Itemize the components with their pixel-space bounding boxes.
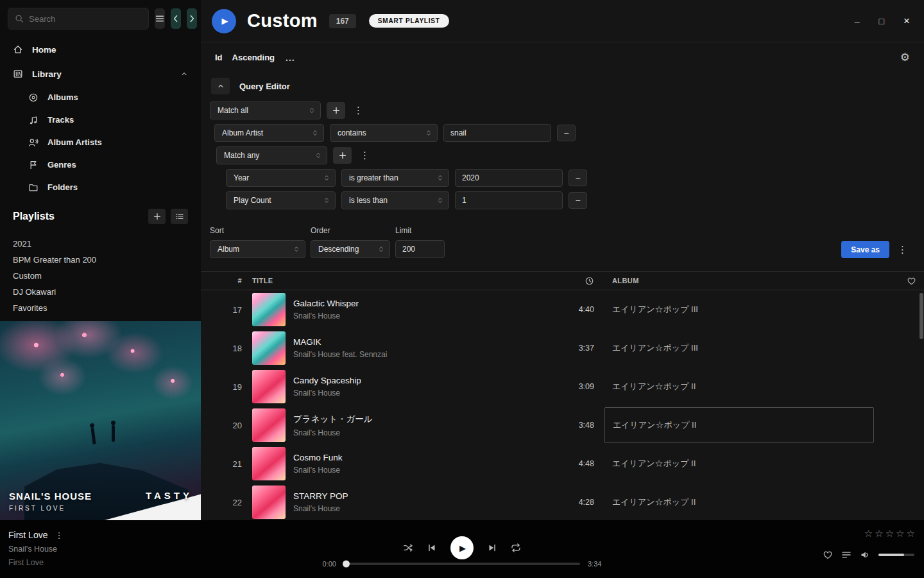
seek-handle[interactable]: [343, 561, 350, 568]
star-icon[interactable]: ☆: [875, 529, 883, 538]
playlist-item[interactable]: DJ Okawari: [0, 284, 201, 300]
previous-track-button[interactable]: [427, 543, 437, 553]
rule-operator-select[interactable]: contains: [330, 124, 438, 142]
rule-group-menu-button[interactable]: ⋮: [351, 105, 366, 116]
sidebar-nav: Home Library Albums Tracks: [0, 37, 201, 198]
back-button[interactable]: [171, 8, 181, 29]
track-album-focused-cell[interactable]: エイリアン☆ポップ II: [604, 407, 874, 443]
sidebar-item-albums[interactable]: Albums: [0, 86, 201, 109]
group-menu-button[interactable]: ⋮: [357, 150, 372, 161]
rule-value-input[interactable]: [455, 191, 563, 209]
rule-operator-select[interactable]: is less than: [341, 191, 449, 209]
track-album: エイリアン☆ポップ III: [604, 290, 874, 329]
library-icon: [13, 69, 23, 79]
table-row[interactable]: 19 Candy Spaceship Snail's House 3:09 エイ…: [201, 367, 924, 406]
next-track-button[interactable]: [487, 543, 497, 553]
now-playing-artist[interactable]: Snail's House: [8, 545, 63, 554]
star-icon[interactable]: ☆: [896, 529, 904, 538]
heart-icon: [907, 276, 916, 286]
sort-by-select[interactable]: Album: [210, 240, 305, 258]
shuffle-button[interactable]: [403, 543, 413, 553]
table-row[interactable]: 17 Galactic Whisper Snail's House 4:40 エ…: [201, 290, 924, 329]
sidebar-item-album-artists[interactable]: Album Artists: [0, 131, 201, 153]
rule-operator-select[interactable]: is greater than: [341, 169, 449, 187]
track-album: エイリアン☆ポップ II: [604, 367, 874, 406]
scrollbar-thumb[interactable]: [920, 293, 923, 339]
order-select[interactable]: Descending: [311, 240, 390, 258]
sidebar-item-folders[interactable]: Folders: [0, 176, 201, 198]
query-menu-button[interactable]: ⋮: [895, 244, 910, 256]
sidebar-item-library[interactable]: Library: [0, 62, 201, 86]
sidebar-item-home[interactable]: Home: [0, 37, 201, 62]
sidebar-item-genres[interactable]: Genres: [0, 153, 201, 176]
search-input[interactable]: [29, 14, 142, 24]
sidebar-item-label: Album Artists: [47, 137, 102, 147]
track-title: Candy Spaceship: [293, 376, 361, 385]
remove-rule-button[interactable]: −: [557, 125, 576, 141]
repeat-button[interactable]: [511, 543, 521, 553]
remove-rule-button[interactable]: −: [569, 192, 587, 209]
window-close-button[interactable]: ×: [903, 15, 910, 26]
column-header-duration[interactable]: [517, 276, 594, 286]
queue-button[interactable]: [841, 550, 851, 560]
sort-label: Sort: [210, 226, 305, 235]
column-header-album[interactable]: ALBUM: [604, 277, 874, 285]
table-row[interactable]: 21 Cosmo Funk Snail's House 4:48 エイリアン☆ポ…: [201, 444, 924, 483]
rule-value-input[interactable]: [443, 124, 551, 142]
window-minimize-button[interactable]: –: [855, 17, 860, 26]
rule-field-select[interactable]: Album Artist: [214, 124, 324, 142]
now-playing-title[interactable]: First Love: [8, 530, 47, 540]
add-group-rule-button[interactable]: [333, 147, 352, 164]
main-panel: ▶ Custom 167 SMART PLAYLIST – □ × Id Asc…: [201, 0, 924, 520]
sort-direction-button[interactable]: Ascending: [232, 53, 275, 62]
sidebar-item-tracks[interactable]: Tracks: [0, 109, 201, 131]
add-playlist-button[interactable]: [148, 209, 166, 224]
table-row[interactable]: 18 MAGIK Snail's House feat. Sennzai 3:3…: [201, 329, 924, 367]
window-maximize-button[interactable]: □: [879, 17, 884, 26]
star-icon[interactable]: ☆: [907, 529, 915, 538]
match-type-select[interactable]: Match all: [210, 101, 321, 119]
settings-gear-icon[interactable]: ⚙: [900, 51, 910, 64]
menu-button[interactable]: [155, 8, 165, 29]
volume-slider[interactable]: [878, 554, 914, 556]
chevron-up-icon: [180, 70, 188, 78]
manage-playlists-button[interactable]: [171, 209, 188, 224]
seek-bar[interactable]: [344, 563, 580, 565]
more-options-button[interactable]: ...: [286, 53, 295, 63]
now-playing-menu-button[interactable]: ⋮: [55, 530, 63, 540]
playlist-item[interactable]: Favorites: [0, 300, 201, 316]
column-header-favorite[interactable]: [884, 276, 916, 286]
table-row[interactable]: 22 STARRY POP Snail's House 4:28 エイリアン☆ポ…: [201, 483, 924, 520]
rule-field-select[interactable]: Play Count: [226, 191, 336, 209]
select-arrows-icon: [377, 245, 385, 253]
column-header-index[interactable]: #: [206, 277, 242, 285]
rule-field-select[interactable]: Year: [226, 169, 336, 187]
group-match-type-select[interactable]: Match any: [216, 146, 327, 164]
forward-button[interactable]: [187, 8, 197, 29]
now-playing-album[interactable]: First Love: [8, 558, 63, 567]
volume-button[interactable]: [860, 550, 870, 560]
save-as-button[interactable]: Save as: [841, 241, 889, 258]
track-table: # TITLE ALBUM 17 Galactic Whisper Snail'…: [201, 271, 924, 520]
playlist-item[interactable]: BPM Greater than 200: [0, 252, 201, 268]
column-header-title[interactable]: TITLE: [252, 277, 507, 285]
track-artist: Snail's House: [293, 311, 359, 320]
star-icon[interactable]: ☆: [886, 529, 894, 538]
remove-rule-button[interactable]: −: [569, 170, 587, 186]
now-playing-artwork[interactable]: SNAIL'S HOUSE FIRST LOVE TASTY: [0, 321, 201, 520]
favorite-button[interactable]: [823, 550, 833, 560]
star-icon[interactable]: ☆: [864, 529, 873, 538]
add-rule-button[interactable]: [327, 102, 345, 119]
sort-field-button[interactable]: Id: [215, 53, 223, 62]
select-arrows-icon: [314, 152, 322, 159]
limit-input[interactable]: [395, 240, 445, 258]
playlist-item[interactable]: 2021: [0, 236, 201, 252]
collapse-query-editor-button[interactable]: [211, 78, 230, 94]
search-box[interactable]: [8, 8, 149, 30]
play-playlist-button[interactable]: ▶: [212, 9, 236, 33]
play-pause-button[interactable]: ▶: [450, 536, 474, 559]
playlist-item[interactable]: Custom: [0, 268, 201, 284]
table-row[interactable]: 20 プラネット・ガール Snail's House 3:48 エイリアン☆ポッ…: [201, 406, 924, 444]
rule-value-input[interactable]: [455, 169, 563, 187]
playlist-list: 2021 BPM Greater than 200 Custom DJ Okaw…: [0, 229, 201, 321]
